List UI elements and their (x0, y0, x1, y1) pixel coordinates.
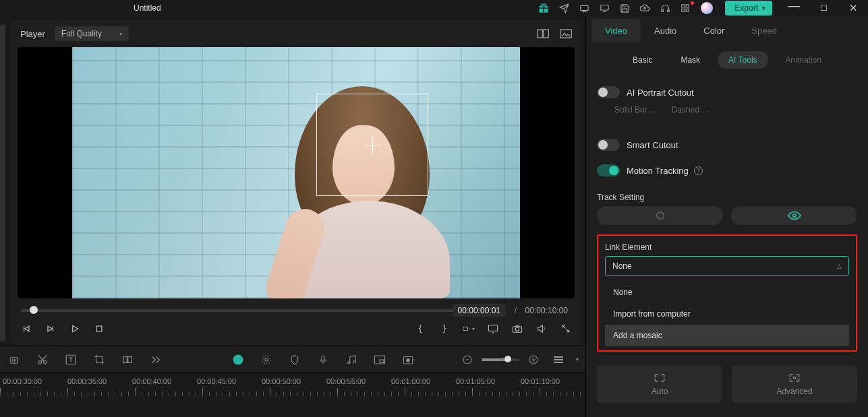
layout-icon[interactable] (120, 352, 135, 367)
stop-icon[interactable] (93, 323, 105, 335)
headphones-icon[interactable] (655, 0, 675, 16)
zoom-slider[interactable] (482, 358, 519, 361)
tab-color[interactable]: Color (690, 19, 738, 42)
advanced-track-button[interactable]: Advanced (732, 365, 857, 403)
ruler-mark: 00:01:00:00 (391, 377, 456, 385)
quality-dropdown[interactable]: Full Quality ▾ (55, 26, 129, 41)
time-current[interactable]: 00:00:00:01 (453, 304, 506, 317)
apps-grid-icon[interactable] (675, 0, 695, 16)
more-tools-icon[interactable] (148, 352, 163, 367)
close-button[interactable]: ✕ (838, 0, 868, 16)
ruler-mark: 00:01:10:00 (521, 377, 585, 385)
subtab-animation[interactable]: Animation (775, 51, 832, 69)
opt-solid-border[interactable]: Solid Bor… (614, 105, 656, 115)
chevron-down-icon[interactable]: ▾ (576, 356, 579, 362)
project-title: Untitled (134, 3, 161, 13)
svg-point-22 (233, 354, 243, 364)
cut-icon[interactable] (35, 352, 50, 367)
tracking-rectangle[interactable] (316, 94, 428, 196)
export-button[interactable]: Export ▾ (725, 1, 772, 15)
mark-in-icon[interactable]: { (414, 323, 426, 335)
svg-rect-29 (380, 360, 384, 363)
volume-icon[interactable] (536, 323, 548, 335)
ai-tools-body: AI Portrait Cutout Solid Bor… Dashed … S… (586, 75, 868, 352)
toggle-smart-cutout[interactable] (597, 139, 620, 151)
svg-point-24 (262, 356, 270, 364)
tab-audio[interactable]: Audio (641, 19, 690, 42)
compare-grid-icon[interactable] (537, 29, 549, 38)
tab-speed[interactable]: Speed (738, 19, 790, 42)
monitor-icon[interactable] (594, 0, 614, 16)
auto-track-button[interactable]: Auto (597, 365, 722, 403)
text-icon[interactable] (63, 352, 78, 367)
step-forward-icon[interactable] (45, 323, 57, 335)
seg-circle-shape[interactable] (597, 206, 723, 225)
pip-icon[interactable] (372, 352, 387, 367)
crosshair-v (372, 137, 373, 154)
svg-rect-0 (581, 5, 588, 11)
track-list-icon[interactable] (550, 352, 567, 368)
svg-point-31 (407, 358, 410, 362)
cloud-icon[interactable] (635, 0, 655, 16)
effects-icon[interactable] (259, 352, 274, 367)
svg-rect-6 (682, 9, 685, 11)
svg-point-27 (353, 360, 355, 362)
zoom-out-icon[interactable] (460, 352, 475, 367)
opt-dashed-border[interactable]: Dashed … (672, 105, 710, 115)
svg-rect-21 (128, 356, 132, 362)
clip-mode-icon[interactable]: ▾ (463, 323, 475, 335)
info-icon[interactable]: ? (694, 166, 703, 175)
subtab-basic[interactable]: Basic (622, 51, 663, 69)
crosshair-h (364, 145, 382, 146)
label-link-element: Link Element (605, 243, 849, 252)
link-element-dropdown[interactable]: None △ (605, 256, 849, 276)
step-back-icon[interactable] (20, 323, 32, 335)
tab-video[interactable]: Video (591, 19, 641, 42)
voiceover-icon[interactable] (7, 352, 22, 367)
crop-icon[interactable] (92, 352, 107, 367)
gift-icon[interactable] (533, 0, 554, 16)
svg-rect-4 (682, 5, 685, 7)
zoom-in-icon[interactable] (526, 352, 541, 367)
ai-enhance-icon[interactable] (231, 352, 245, 367)
label-smart-cutout: Smart Cutout (627, 140, 678, 150)
export-button-label: Export (734, 3, 758, 13)
minimize-button[interactable]: — (779, 0, 809, 13)
preview-canvas[interactable] (18, 47, 575, 298)
seek-bar[interactable]: 00:00:00:01 / 00:00:10:00 (20, 304, 572, 316)
seg-eye-shape[interactable] (731, 206, 857, 225)
toggle-motion-tracking[interactable] (597, 164, 620, 177)
play-icon[interactable] (69, 323, 81, 335)
user-avatar[interactable] (701, 2, 713, 14)
display-icon[interactable] (487, 323, 499, 335)
toggle-ai-portrait[interactable] (597, 86, 620, 98)
music-icon[interactable] (344, 352, 359, 367)
option-add-mosaic[interactable]: Add a mosaic (605, 325, 849, 346)
mic-icon[interactable] (316, 352, 330, 367)
timeline-ruler[interactable]: 00:00:30:0000:00:35:0000:00:40:0000:00:4… (0, 373, 585, 403)
svg-rect-8 (538, 30, 543, 38)
record-icon[interactable] (401, 352, 415, 367)
zoom-knob[interactable] (504, 356, 511, 362)
svg-point-15 (515, 327, 519, 331)
ruler-labels: 00:00:30:0000:00:35:0000:00:40:0000:00:4… (3, 377, 585, 385)
seek-handle[interactable] (30, 306, 38, 314)
option-import[interactable]: Import from computer (605, 303, 849, 325)
message-icon[interactable] (574, 0, 594, 16)
svg-rect-7 (686, 9, 689, 11)
player-header: Player Full Quality ▾ (11, 20, 581, 47)
row-ai-portrait: AI Portrait Cutout (597, 79, 857, 105)
marker-icon[interactable] (287, 352, 302, 367)
subtab-ai-tools[interactable]: AI Tools (718, 51, 768, 69)
option-none[interactable]: None (605, 282, 849, 303)
save-icon[interactable] (614, 0, 635, 16)
send-icon[interactable] (554, 0, 574, 16)
subtab-mask[interactable]: Mask (670, 51, 711, 69)
maximize-button[interactable]: ☐ (809, 0, 838, 16)
camera-icon[interactable] (511, 323, 523, 335)
fullscreen-icon[interactable] (560, 323, 572, 335)
snapshot-frame-icon[interactable] (560, 29, 572, 38)
mark-out-icon[interactable]: } (438, 323, 451, 335)
video-frame (72, 47, 520, 298)
left-gutter[interactable] (0, 24, 5, 342)
